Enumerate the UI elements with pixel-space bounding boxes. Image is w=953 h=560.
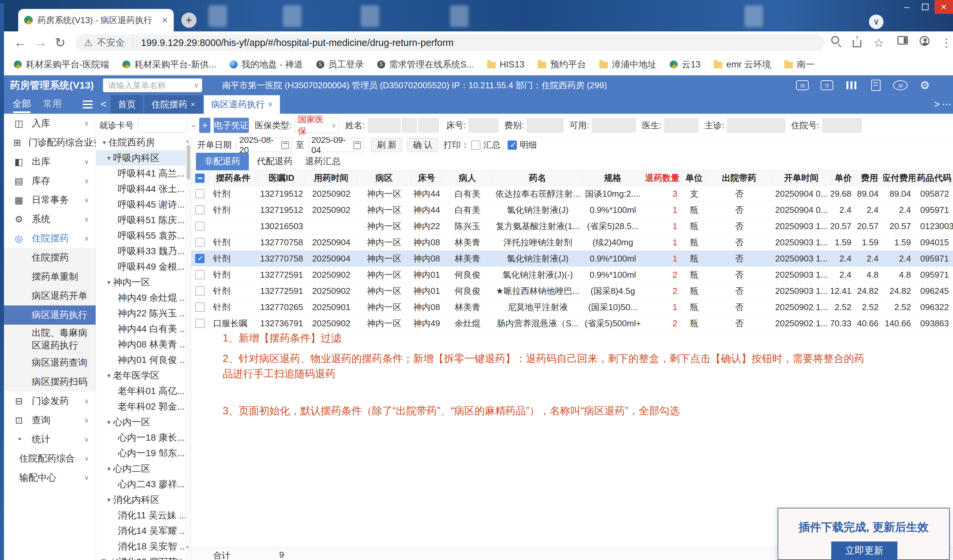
bookmark-item[interactable]: HIS13	[487, 59, 525, 70]
stats-edit-icon[interactable]	[844, 78, 859, 93]
tree-leaf-神内49[interactable]: 神内49 余灶焜 ...	[96, 290, 186, 305]
tree-collapse-icon[interactable]: ▾	[104, 278, 113, 286]
more-menu-icon[interactable]: ⋮	[939, 36, 953, 49]
tree-collapse-icon[interactable]: ▾	[104, 418, 113, 426]
available-input[interactable]	[591, 118, 636, 133]
forward-icon[interactable]: →	[34, 36, 47, 50]
name-input-1[interactable]	[368, 118, 400, 133]
subtab-return-summary[interactable]: 退药汇总	[296, 153, 349, 170]
tree-group-心内二区[interactable]: ▾心内二区	[96, 461, 186, 476]
tree-group-呼吸内科区[interactable]: ▾呼吸内科区	[96, 150, 186, 166]
row-checkbox[interactable]	[195, 189, 205, 198]
presentation-icon[interactable]: ◷	[819, 78, 835, 93]
sidebar-item-库存[interactable]: ▤库存∨	[4, 171, 96, 190]
table-row[interactable]: 针剂13277075820250904神内一区神内08林美青泮托拉唑钠注射剂(续…	[191, 234, 953, 251]
tree-leaf-神内01[interactable]: 神内01 何良俊 ...	[96, 352, 186, 368]
tree-scrollbar[interactable]: ▴ ▾	[186, 137, 191, 560]
tab-frequent[interactable]: 常用	[43, 95, 62, 114]
update-now-button[interactable]: 立即更新	[831, 541, 897, 560]
tree-leaf-消化18[interactable]: 消化18 吴安智 ...	[96, 538, 186, 554]
address-bar[interactable]: ⚠ 不安全 199.9.129.29:8000/his-yf/app/#/hos…	[76, 34, 824, 51]
date-to-input[interactable]: 2025-09-04	[309, 138, 364, 152]
sidebar-subitem-病区退药执行[interactable]: 病区退药执行	[4, 305, 96, 325]
close-tab-icon[interactable]: ×	[191, 100, 195, 109]
bookmark-item[interactable]: 耗材采购平台-新供...	[123, 59, 216, 70]
window-minimize-button[interactable]: –	[897, 0, 916, 14]
name-input-2[interactable]	[402, 118, 417, 133]
sidebar-item-统计[interactable]: ◔统计∨	[4, 430, 96, 449]
profile-icon[interactable]	[917, 36, 932, 47]
tree-group-老年医学区[interactable]: ▾老年医学区	[96, 368, 186, 383]
browser-tab[interactable]: 药房系统(V13) - 病区退药执行 ×	[18, 9, 174, 31]
add-button[interactable]: +	[199, 118, 210, 133]
row-checkbox[interactable]	[195, 221, 205, 231]
sidebar-item-查询[interactable]: ⊡查询∨	[4, 411, 96, 430]
bed-input[interactable]	[469, 118, 498, 133]
subtab-unprepared-return[interactable]: 非配退药	[196, 153, 249, 170]
tree-leaf-心内一18[interactable]: 心内一18 康长...	[96, 430, 186, 445]
table-row[interactable]: 口服长嘱13273679120250902神内一区神内49余灶焜肠内营养混悬液（…	[191, 316, 953, 331]
receipt-icon[interactable]	[868, 78, 883, 93]
bookmark-item[interactable]: 漳浦中地址	[599, 59, 657, 70]
bookmark-item[interactable]: 云13	[670, 59, 700, 70]
tree-leaf-呼吸科33[interactable]: 呼吸科33 魏乃...	[96, 243, 186, 259]
sidebar-item-门诊发药[interactable]: ⊟门诊发药∨	[4, 391, 96, 411]
refresh-button[interactable]: 刷 新	[371, 138, 402, 152]
select-all-checkbox[interactable]	[195, 173, 205, 183]
table-row[interactable]: 130216503神内一区神内22陈兴玉复方氨基酸注射液(1...(省采5)28…	[191, 218, 953, 234]
confirm-button[interactable]: 确 认	[407, 138, 438, 152]
bookmark-item[interactable]: 预约平台	[538, 59, 586, 70]
sidebar-item-住院摆药[interactable]: ◎住院摆药∧	[4, 229, 96, 248]
bookmark-item[interactable]: S需求管理在线系统S...	[377, 59, 474, 70]
bookmark-item[interactable]: emr 云环境	[714, 59, 771, 70]
tree-leaf-呼吸科41[interactable]: 呼吸科41 高兰...	[96, 166, 186, 181]
admission-no-input[interactable]	[822, 118, 861, 133]
tree-group-神内一区[interactable]: ▾神内一区	[96, 274, 186, 290]
tree-collapse-icon[interactable]: ▾	[104, 371, 113, 379]
sidebar-subitem-病区退药开单[interactable]: 病区退药开单	[4, 286, 96, 305]
tree-leaf-消化11[interactable]: 消化11 吴云妹 ...	[96, 507, 186, 523]
zoom-icon[interactable]	[828, 36, 843, 45]
tree-leaf-呼吸科44[interactable]: 呼吸科44 张土...	[96, 181, 186, 197]
share-icon[interactable]	[850, 36, 865, 49]
sidebar-subitem-病区退药查询[interactable]: 病区退药查询	[4, 353, 96, 372]
row-checkbox[interactable]	[195, 270, 205, 279]
screen-si-icon[interactable]: SI	[795, 78, 810, 93]
tree-leaf-神内22[interactable]: 神内22 陈兴玉 ...	[96, 305, 186, 321]
name-input-3[interactable]	[418, 118, 439, 133]
sidebar-item-输配中心[interactable]: 输配中心∨	[4, 468, 96, 487]
radio-option-按病区[interactable]: 按病区	[99, 557, 138, 560]
tree-collapse-icon[interactable]: ▾	[104, 465, 113, 473]
row-checkbox[interactable]	[195, 302, 205, 312]
sidebar-item-出库[interactable]: ◧出库∨	[4, 152, 96, 171]
sidebar-subitem-出院、毒麻病区退药执行[interactable]: 出院、毒麻病区退药执行	[4, 325, 96, 353]
tree-leaf-呼吸科49[interactable]: 呼吸科49 金根...	[96, 259, 186, 274]
window-close-button[interactable]: ×	[934, 0, 953, 14]
tab-scroll-left-icon[interactable]: <	[101, 95, 107, 114]
table-row[interactable]: 针剂13277259120250902神内一区神内01何良俊★哌拉西林钠他唑巴.…	[191, 283, 953, 299]
tree-root[interactable]: ▾住院西药房	[96, 137, 186, 150]
tree-leaf-心内一19[interactable]: 心内一19 邹东...	[96, 445, 186, 461]
detail-checkbox[interactable]	[508, 141, 517, 150]
row-checkbox[interactable]	[195, 238, 205, 247]
tree-group-消化内科区[interactable]: ▾消化内科区	[96, 492, 186, 507]
back-icon[interactable]: ←	[14, 36, 26, 50]
tree-leaf-老年科02[interactable]: 老年科02 郭金...	[96, 399, 186, 414]
page-tab-住院摆药[interactable]: 住院摆药×	[144, 95, 203, 114]
tree-collapse-icon[interactable]: ▾	[104, 496, 113, 504]
page-tab-首页[interactable]: 首页	[110, 95, 143, 114]
fee-type-input[interactable]	[526, 118, 563, 133]
bookmark-item[interactable]: 我的地盘 - 禅道	[230, 59, 303, 70]
date-from-input[interactable]: 2025-08-20	[236, 138, 292, 152]
si-badge-icon[interactable]: SI	[893, 78, 908, 93]
new-tab-button[interactable]: +	[182, 12, 197, 28]
scrollbar-thumb[interactable]	[187, 145, 190, 179]
tab-scroll-right-icon[interactable]: >	[934, 95, 940, 114]
close-tab-icon[interactable]: ×	[268, 100, 273, 109]
menu-list-icon[interactable]	[83, 101, 93, 108]
window-maximize-button[interactable]	[916, 0, 934, 14]
tree-leaf-心内二43[interactable]: 心内二43 廖祥...	[96, 476, 186, 492]
calendar-icon[interactable]	[353, 141, 361, 149]
reload-icon[interactable]: ↻	[55, 36, 65, 50]
bookmark-item[interactable]: 南一	[784, 59, 815, 70]
